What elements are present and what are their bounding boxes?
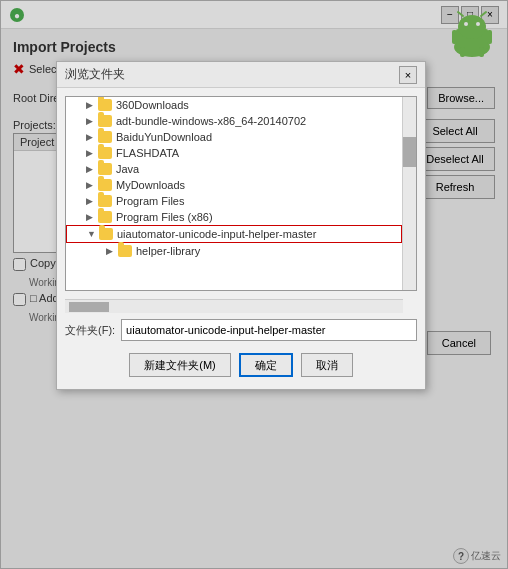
tree-item-label: adt-bundle-windows-x86_64-20140702 (116, 115, 306, 127)
tree-arrow-icon: ▶ (86, 132, 96, 142)
tree-arrow-icon: ▶ (86, 148, 96, 158)
filename-row: 文件夹(F): (65, 319, 417, 341)
tree-arrow-icon: ▶ (86, 180, 96, 190)
tree-arrow-icon: ▶ (86, 212, 96, 222)
dialog-close-button[interactable]: × (399, 66, 417, 84)
horizontal-scrollbar[interactable] (65, 299, 403, 313)
tree-arrow-icon: ▶ (86, 196, 96, 206)
dialog-action-buttons: 新建文件夹(M) 确定 取消 (65, 349, 417, 381)
tree-arrow-open-icon: ▼ (87, 229, 97, 239)
folder-icon (98, 163, 112, 175)
folder-icon (99, 228, 113, 240)
filename-input[interactable] (121, 319, 417, 341)
tree-arrow-icon: ▶ (86, 100, 96, 110)
dialog-title: 浏览文件夹 (65, 66, 125, 83)
tree-item-label: uiautomator-unicode-input-helper-master (117, 228, 316, 240)
new-folder-button[interactable]: 新建文件夹(M) (129, 353, 231, 377)
tree-item[interactable]: ▶ BaiduYunDownload (66, 129, 402, 145)
tree-item-label: MyDownloads (116, 179, 185, 191)
tree-item[interactable]: ▶ 360Downloads (66, 97, 402, 113)
tree-item[interactable]: ▶ FLASHDATA (66, 145, 402, 161)
dialog-body: ▶ 360Downloads ▶ adt-bundle-windows-x86_… (57, 88, 425, 389)
tree-item[interactable]: ▶ adt-bundle-windows-x86_64-20140702 (66, 113, 402, 129)
tree-item[interactable]: ▶ Java (66, 161, 402, 177)
folder-icon (98, 179, 112, 191)
dialog-overlay: 浏览文件夹 × ▶ 360Downloads (1, 1, 507, 568)
tree-item[interactable]: ▶ helper-library (66, 243, 402, 259)
tree-item-label: Java (116, 163, 139, 175)
dialog-title-bar: 浏览文件夹 × (57, 62, 425, 88)
main-window: ● − □ × Import Projects ✖ Select (0, 0, 508, 569)
tree-item[interactable]: ▶ Program Files (66, 193, 402, 209)
tree-item-label: Program Files (116, 195, 184, 207)
tree-arrow-icon: ▶ (86, 116, 96, 126)
tree-item[interactable]: ▶ MyDownloads (66, 177, 402, 193)
folder-icon (98, 99, 112, 111)
scrollbar-thumb[interactable] (403, 137, 416, 167)
tree-item-label: BaiduYunDownload (116, 131, 212, 143)
vertical-scrollbar[interactable] (402, 97, 416, 290)
tree-item-label: helper-library (136, 245, 200, 257)
folder-icon (118, 245, 132, 257)
filename-label: 文件夹(F): (65, 323, 115, 338)
tree-arrow-icon: ▶ (106, 246, 116, 256)
tree-item-selected[interactable]: ▼ uiautomator-unicode-input-helper-maste… (66, 225, 402, 243)
folder-icon (98, 147, 112, 159)
folder-icon (98, 131, 112, 143)
folder-icon (98, 115, 112, 127)
tree-item-label: Program Files (x86) (116, 211, 213, 223)
file-tree[interactable]: ▶ 360Downloads ▶ adt-bundle-windows-x86_… (65, 96, 417, 291)
confirm-button[interactable]: 确定 (239, 353, 293, 377)
folder-icon (98, 211, 112, 223)
browse-dialog: 浏览文件夹 × ▶ 360Downloads (56, 61, 426, 390)
dialog-cancel-button[interactable]: 取消 (301, 353, 353, 377)
folder-icon (98, 195, 112, 207)
h-scrollbar-thumb[interactable] (69, 302, 109, 312)
tree-item-label: 360Downloads (116, 99, 189, 111)
tree-item[interactable]: ▶ Program Files (x86) (66, 209, 402, 225)
tree-item-label: FLASHDATA (116, 147, 179, 159)
tree-arrow-icon: ▶ (86, 164, 96, 174)
